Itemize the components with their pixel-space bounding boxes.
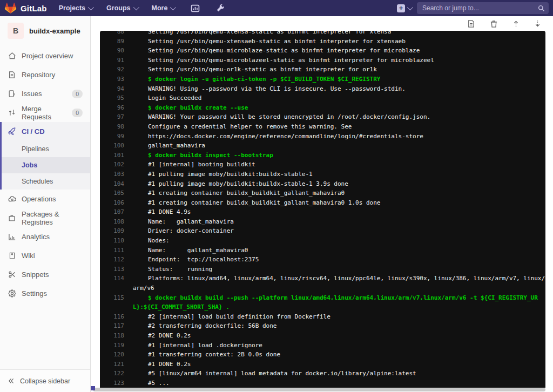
horizontal-scrollbar[interactable] bbox=[93, 388, 545, 391]
search-input[interactable] bbox=[417, 2, 549, 14]
log-line: 111 Name: gallant_mahavira0 bbox=[100, 246, 545, 255]
log-line: 100 gallant_mahavira bbox=[100, 141, 545, 151]
snippets-icon bbox=[8, 271, 16, 279]
brand-name: GitLab bbox=[21, 4, 47, 13]
project-header-link[interactable]: B buildx-example bbox=[0, 16, 90, 46]
log-line-text: Driver: docker-container bbox=[109, 226, 545, 236]
log-line-text: WARNING! Using --password via the CLI is… bbox=[109, 84, 545, 94]
log-line: 98 Configure a credential helper to remo… bbox=[100, 122, 545, 132]
sidebar-item-merge-requests[interactable]: Merge Requests 0 bbox=[0, 103, 90, 122]
issues-icon bbox=[8, 90, 16, 98]
sidebar-item-label: Project overview bbox=[22, 52, 73, 60]
sidebar-item-label: Packages & Registries bbox=[22, 210, 83, 226]
log-line-text: #2 [internal] load build definition from… bbox=[109, 312, 545, 322]
sidebar-item-repository[interactable]: Repository bbox=[0, 65, 90, 84]
log-line: 92 Setting /usr/bin/qemu-or1k-static as … bbox=[100, 65, 545, 75]
scroll-to-top-icon[interactable] bbox=[512, 19, 520, 28]
navbar-menu-more[interactable]: More bbox=[152, 4, 175, 12]
gitlab-home-link[interactable]: GitLab bbox=[4, 2, 47, 14]
sidebar-item-issues[interactable]: Issues 0 bbox=[0, 84, 90, 103]
log-line: 107 #1 DONE 4.9s bbox=[100, 207, 545, 217]
log-line: 94 WARNING! Using --password via the CLI… bbox=[100, 84, 545, 94]
sidebar-item-snippets[interactable]: Snippets bbox=[0, 265, 90, 284]
job-log-toolbar bbox=[91, 16, 553, 31]
log-line-text: #1 creating container buildx_buildkit_ga… bbox=[109, 188, 545, 198]
log-line-text: #1 creating container buildx_buildkit_ga… bbox=[109, 198, 545, 208]
sidebar-item-project-overview[interactable]: Project overview bbox=[0, 46, 90, 65]
log-line: 122 #5 [linux/arm64 internal] load metad… bbox=[100, 369, 545, 379]
log-line: 120 #1 transferring context: 2B 0.0s don… bbox=[100, 350, 545, 360]
chevron-down-icon bbox=[407, 4, 413, 10]
wiki-icon bbox=[8, 252, 16, 260]
log-line-text: #1 [internal] load .dockerignore bbox=[109, 341, 545, 350]
navbar-menu-groups[interactable]: Groups bbox=[106, 4, 137, 12]
log-line-text: Setting /usr/bin/qemu-xtensa-static as b… bbox=[109, 31, 545, 37]
sidebar-subitem-schedules[interactable]: Schedules bbox=[0, 173, 90, 190]
log-line: 121 #1 DONE 0.2s bbox=[100, 360, 545, 369]
analytics-icon bbox=[8, 233, 16, 241]
log-line: 116 #2 [internal] load build definition … bbox=[100, 312, 545, 322]
top-navbar: GitLab Projects Groups More bbox=[0, 0, 553, 16]
log-line: 88 Setting /usr/bin/qemu-xtensa-static a… bbox=[100, 31, 545, 37]
log-line: 90 Setting /usr/bin/qemu-microblaze-stat… bbox=[100, 46, 545, 56]
log-line: 89 Setting /usr/bin/qemu-xtensaeb-static… bbox=[100, 37, 545, 46]
sidebar-item-analytics[interactable]: Analytics bbox=[0, 227, 90, 246]
log-line: 106 #1 creating container buildx_buildki… bbox=[100, 198, 545, 208]
log-line-text: #1 DONE 4.9s bbox=[109, 207, 545, 217]
sidebar-item-operations[interactable]: Operations bbox=[0, 190, 90, 208]
job-log-main: 88 Setting /usr/bin/qemu-xtensa-static a… bbox=[91, 16, 553, 392]
log-line-text: Setting /usr/bin/qemu-or1k-static as bin… bbox=[109, 65, 545, 75]
collapse-sidebar-button[interactable]: Collapse sidebar bbox=[0, 369, 90, 392]
merge-requests-count-badge: 0 bbox=[72, 109, 83, 117]
sidebar-item-packages-registries[interactable]: Packages & Registries bbox=[0, 208, 90, 227]
chevron-down-icon bbox=[133, 4, 139, 10]
sidebar-item-settings[interactable]: Settings bbox=[0, 284, 90, 303]
sidebar-subitem-jobs[interactable]: Jobs bbox=[0, 157, 90, 173]
log-line-text: #1 DONE 0.2s bbox=[109, 360, 545, 369]
log-line-text: Nodes: bbox=[109, 236, 545, 246]
new-menu-button[interactable]: + bbox=[397, 4, 412, 12]
log-line-text: #1 transferring context: 2B 0.0s done bbox=[109, 350, 545, 360]
home-icon bbox=[8, 52, 16, 60]
sidebar-item-label: Snippets bbox=[22, 271, 49, 279]
sidebar-item-ci-cd[interactable]: CI / CD bbox=[0, 122, 90, 141]
chevron-down-icon bbox=[88, 4, 94, 10]
chart-icon[interactable] bbox=[191, 4, 200, 13]
log-line: 110 Nodes: bbox=[100, 236, 545, 246]
sidebar-subitem-pipelines[interactable]: Pipelines bbox=[0, 141, 90, 157]
sidebar-item-wiki[interactable]: Wiki bbox=[0, 246, 90, 265]
log-line-text: #5 [linux/arm64 internal] load metadata … bbox=[109, 369, 545, 379]
log-line-text: $ docker login -u gitlab-ci-token -p $CI… bbox=[109, 75, 545, 84]
log-line-text: Status: running bbox=[109, 265, 545, 274]
log-line-text: $ docker buildx build --push --platform … bbox=[109, 293, 545, 312]
plus-icon: + bbox=[397, 4, 405, 12]
log-line-text: Platforms: linux/amd64, linux/arm64, lin… bbox=[109, 274, 545, 293]
erase-job-log-icon[interactable] bbox=[490, 19, 498, 28]
log-line-text: #1 [internal] booting buildkit bbox=[109, 160, 545, 170]
raw-job-log-icon[interactable] bbox=[467, 19, 475, 28]
gitlab-tanuki-logo-icon bbox=[4, 2, 17, 14]
log-line: 97 WARNING! Your password will be stored… bbox=[100, 112, 545, 122]
gitlab-job-page: GitLab Projects Groups More bbox=[0, 0, 553, 392]
merge-request-icon bbox=[8, 109, 16, 117]
log-line: 123 #5 ... bbox=[100, 379, 545, 388]
job-log-terminal[interactable]: 88 Setting /usr/bin/qemu-xtensa-static a… bbox=[100, 31, 545, 388]
navbar-right: + bbox=[397, 2, 549, 14]
log-line: 103 #1 pulling image moby/buildkit:build… bbox=[100, 170, 545, 179]
log-line: 99 https://docs.docker.com/engine/refere… bbox=[100, 132, 545, 141]
log-line: 104 #1 pulling image moby/buildkit:build… bbox=[100, 179, 545, 189]
log-line-text: Setting /usr/bin/qemu-xtensaeb-static as… bbox=[109, 37, 545, 46]
wrench-icon[interactable] bbox=[216, 4, 225, 12]
settings-icon bbox=[8, 289, 16, 298]
log-line: 95 Login Succeeded bbox=[100, 93, 545, 103]
scrollbar-corner bbox=[91, 386, 95, 390]
log-line: 93 $ docker login -u gitlab-ci-token -p … bbox=[100, 75, 545, 84]
log-line: 118 #2 DONE 0.2s bbox=[100, 331, 545, 341]
sidebar-item-label: Analytics bbox=[22, 233, 50, 241]
log-line-text: gallant_mahavira bbox=[109, 141, 545, 151]
navbar-menu-projects[interactable]: Projects bbox=[59, 4, 92, 12]
log-line-text: Setting /usr/bin/qemu-microblaze-static … bbox=[109, 46, 545, 56]
log-line: 108 Name: gallant_mahavira bbox=[100, 217, 545, 227]
scroll-to-bottom-icon[interactable] bbox=[534, 19, 541, 28]
log-line-text: Setting /usr/bin/qemu-microblazeel-stati… bbox=[109, 56, 545, 65]
